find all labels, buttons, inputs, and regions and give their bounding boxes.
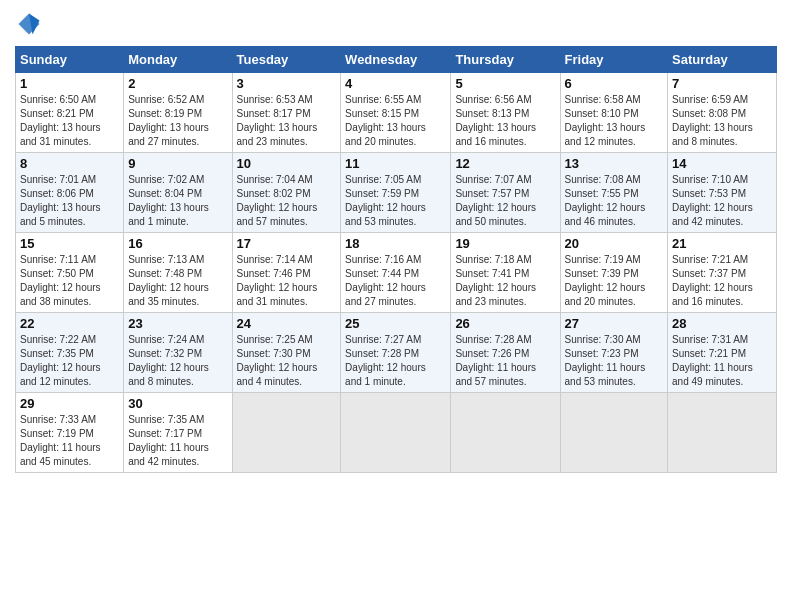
calendar-cell: 9Sunrise: 7:02 AM Sunset: 8:04 PM Daylig…: [124, 153, 232, 233]
calendar-cell: 2Sunrise: 6:52 AM Sunset: 8:19 PM Daylig…: [124, 73, 232, 153]
day-number: 8: [20, 156, 119, 171]
calendar-cell: 22Sunrise: 7:22 AM Sunset: 7:35 PM Dayli…: [16, 313, 124, 393]
day-info: Sunrise: 7:33 AM Sunset: 7:19 PM Dayligh…: [20, 413, 119, 469]
day-number: 4: [345, 76, 446, 91]
day-header-sunday: Sunday: [16, 47, 124, 73]
calendar-cell: 13Sunrise: 7:08 AM Sunset: 7:55 PM Dayli…: [560, 153, 668, 233]
day-header-saturday: Saturday: [668, 47, 777, 73]
day-number: 5: [455, 76, 555, 91]
calendar-header-row: SundayMondayTuesdayWednesdayThursdayFrid…: [16, 47, 777, 73]
day-info: Sunrise: 7:01 AM Sunset: 8:06 PM Dayligh…: [20, 173, 119, 229]
calendar-week-3: 15Sunrise: 7:11 AM Sunset: 7:50 PM Dayli…: [16, 233, 777, 313]
day-info: Sunrise: 7:25 AM Sunset: 7:30 PM Dayligh…: [237, 333, 337, 389]
calendar-cell: 14Sunrise: 7:10 AM Sunset: 7:53 PM Dayli…: [668, 153, 777, 233]
calendar-cell: [341, 393, 451, 473]
calendar-cell: [451, 393, 560, 473]
calendar-cell: 6Sunrise: 6:58 AM Sunset: 8:10 PM Daylig…: [560, 73, 668, 153]
day-info: Sunrise: 6:56 AM Sunset: 8:13 PM Dayligh…: [455, 93, 555, 149]
day-number: 23: [128, 316, 227, 331]
day-info: Sunrise: 7:08 AM Sunset: 7:55 PM Dayligh…: [565, 173, 664, 229]
day-info: Sunrise: 7:02 AM Sunset: 8:04 PM Dayligh…: [128, 173, 227, 229]
day-info: Sunrise: 7:16 AM Sunset: 7:44 PM Dayligh…: [345, 253, 446, 309]
day-number: 21: [672, 236, 772, 251]
day-number: 12: [455, 156, 555, 171]
calendar-cell: 23Sunrise: 7:24 AM Sunset: 7:32 PM Dayli…: [124, 313, 232, 393]
logo-icon: [15, 10, 43, 38]
calendar-week-4: 22Sunrise: 7:22 AM Sunset: 7:35 PM Dayli…: [16, 313, 777, 393]
day-number: 9: [128, 156, 227, 171]
day-header-thursday: Thursday: [451, 47, 560, 73]
day-number: 1: [20, 76, 119, 91]
day-info: Sunrise: 6:55 AM Sunset: 8:15 PM Dayligh…: [345, 93, 446, 149]
day-info: Sunrise: 7:18 AM Sunset: 7:41 PM Dayligh…: [455, 253, 555, 309]
day-info: Sunrise: 7:11 AM Sunset: 7:50 PM Dayligh…: [20, 253, 119, 309]
calendar-cell: 10Sunrise: 7:04 AM Sunset: 8:02 PM Dayli…: [232, 153, 341, 233]
day-number: 24: [237, 316, 337, 331]
day-info: Sunrise: 7:13 AM Sunset: 7:48 PM Dayligh…: [128, 253, 227, 309]
day-number: 14: [672, 156, 772, 171]
calendar-cell: 15Sunrise: 7:11 AM Sunset: 7:50 PM Dayli…: [16, 233, 124, 313]
day-info: Sunrise: 6:58 AM Sunset: 8:10 PM Dayligh…: [565, 93, 664, 149]
calendar-cell: 24Sunrise: 7:25 AM Sunset: 7:30 PM Dayli…: [232, 313, 341, 393]
day-number: 25: [345, 316, 446, 331]
day-info: Sunrise: 7:10 AM Sunset: 7:53 PM Dayligh…: [672, 173, 772, 229]
calendar-cell: [232, 393, 341, 473]
day-number: 15: [20, 236, 119, 251]
calendar-cell: 30Sunrise: 7:35 AM Sunset: 7:17 PM Dayli…: [124, 393, 232, 473]
calendar-week-1: 1Sunrise: 6:50 AM Sunset: 8:21 PM Daylig…: [16, 73, 777, 153]
day-info: Sunrise: 7:35 AM Sunset: 7:17 PM Dayligh…: [128, 413, 227, 469]
day-info: Sunrise: 7:05 AM Sunset: 7:59 PM Dayligh…: [345, 173, 446, 229]
calendar-cell: 1Sunrise: 6:50 AM Sunset: 8:21 PM Daylig…: [16, 73, 124, 153]
calendar-cell: 25Sunrise: 7:27 AM Sunset: 7:28 PM Dayli…: [341, 313, 451, 393]
day-header-wednesday: Wednesday: [341, 47, 451, 73]
calendar-cell: 21Sunrise: 7:21 AM Sunset: 7:37 PM Dayli…: [668, 233, 777, 313]
day-header-friday: Friday: [560, 47, 668, 73]
day-info: Sunrise: 7:07 AM Sunset: 7:57 PM Dayligh…: [455, 173, 555, 229]
calendar-cell: [668, 393, 777, 473]
day-info: Sunrise: 7:27 AM Sunset: 7:28 PM Dayligh…: [345, 333, 446, 389]
day-number: 22: [20, 316, 119, 331]
calendar-cell: 7Sunrise: 6:59 AM Sunset: 8:08 PM Daylig…: [668, 73, 777, 153]
day-info: Sunrise: 6:52 AM Sunset: 8:19 PM Dayligh…: [128, 93, 227, 149]
day-info: Sunrise: 7:14 AM Sunset: 7:46 PM Dayligh…: [237, 253, 337, 309]
calendar-cell: 4Sunrise: 6:55 AM Sunset: 8:15 PM Daylig…: [341, 73, 451, 153]
day-info: Sunrise: 7:04 AM Sunset: 8:02 PM Dayligh…: [237, 173, 337, 229]
calendar-cell: 16Sunrise: 7:13 AM Sunset: 7:48 PM Dayli…: [124, 233, 232, 313]
day-info: Sunrise: 6:59 AM Sunset: 8:08 PM Dayligh…: [672, 93, 772, 149]
calendar-week-2: 8Sunrise: 7:01 AM Sunset: 8:06 PM Daylig…: [16, 153, 777, 233]
day-number: 30: [128, 396, 227, 411]
logo: [15, 10, 47, 38]
day-number: 2: [128, 76, 227, 91]
calendar-cell: 5Sunrise: 6:56 AM Sunset: 8:13 PM Daylig…: [451, 73, 560, 153]
day-number: 11: [345, 156, 446, 171]
calendar-cell: 29Sunrise: 7:33 AM Sunset: 7:19 PM Dayli…: [16, 393, 124, 473]
day-number: 20: [565, 236, 664, 251]
day-number: 13: [565, 156, 664, 171]
day-number: 3: [237, 76, 337, 91]
day-number: 28: [672, 316, 772, 331]
day-number: 27: [565, 316, 664, 331]
day-info: Sunrise: 7:19 AM Sunset: 7:39 PM Dayligh…: [565, 253, 664, 309]
day-number: 7: [672, 76, 772, 91]
day-number: 17: [237, 236, 337, 251]
day-info: Sunrise: 6:53 AM Sunset: 8:17 PM Dayligh…: [237, 93, 337, 149]
header: [15, 10, 777, 38]
day-number: 10: [237, 156, 337, 171]
calendar: SundayMondayTuesdayWednesdayThursdayFrid…: [15, 46, 777, 473]
day-info: Sunrise: 6:50 AM Sunset: 8:21 PM Dayligh…: [20, 93, 119, 149]
calendar-cell: 12Sunrise: 7:07 AM Sunset: 7:57 PM Dayli…: [451, 153, 560, 233]
day-header-monday: Monday: [124, 47, 232, 73]
day-number: 16: [128, 236, 227, 251]
day-number: 26: [455, 316, 555, 331]
calendar-cell: [560, 393, 668, 473]
day-info: Sunrise: 7:31 AM Sunset: 7:21 PM Dayligh…: [672, 333, 772, 389]
day-header-tuesday: Tuesday: [232, 47, 341, 73]
calendar-week-5: 29Sunrise: 7:33 AM Sunset: 7:19 PM Dayli…: [16, 393, 777, 473]
day-number: 6: [565, 76, 664, 91]
calendar-cell: 19Sunrise: 7:18 AM Sunset: 7:41 PM Dayli…: [451, 233, 560, 313]
calendar-cell: 3Sunrise: 6:53 AM Sunset: 8:17 PM Daylig…: [232, 73, 341, 153]
calendar-cell: 20Sunrise: 7:19 AM Sunset: 7:39 PM Dayli…: [560, 233, 668, 313]
day-number: 19: [455, 236, 555, 251]
calendar-cell: 17Sunrise: 7:14 AM Sunset: 7:46 PM Dayli…: [232, 233, 341, 313]
page-container: SundayMondayTuesdayWednesdayThursdayFrid…: [0, 0, 792, 612]
